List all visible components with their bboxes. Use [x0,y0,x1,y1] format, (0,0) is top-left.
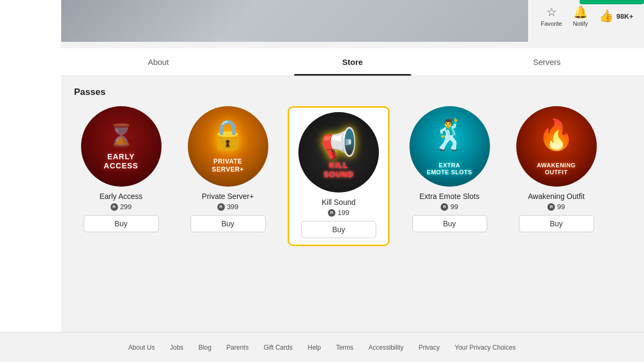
pass-name-early-access: Early Access [99,192,142,201]
buy-button-private-server[interactable]: Buy [191,215,266,232]
pass-circle-awakening: AWAKENINGOUTFIT [516,106,597,187]
notify-button[interactable]: 🔔 Notify [573,5,588,27]
pass-circle-label: PRIVATESERVER+ [212,158,244,173]
pass-item-extra-emote: EXTRAEMOTE SLOTS Extra Emote Slots R 99 … [402,106,496,232]
pass-name-extra-emote: Extra Emote Slots [419,192,479,201]
pass-price-private-server: R 399 [217,203,239,211]
footer-link-blog[interactable]: Blog [199,344,211,351]
buy-button-kill-sound[interactable]: Buy [301,221,376,238]
buy-button-extra-emote[interactable]: Buy [412,215,487,232]
pass-price-value: 99 [450,203,458,211]
pass-item-early-access: EARLYACCESS Early Access R 299 Buy [74,106,168,232]
robux-icon: R [111,203,118,211]
bell-icon: 🔔 [573,5,588,19]
main-content: Passes EARLYACCESS Early Access R 299 Bu… [61,76,644,332]
pass-circle-label: EXTRAEMOTE SLOTS [427,162,472,176]
notify-label: Notify [573,20,588,27]
pass-price-awakening: R 99 [547,203,565,211]
robux-icon: R [328,209,335,217]
top-banner [61,0,528,42]
footer-link-privacy[interactable]: Privacy [419,344,440,351]
pass-price-value: 399 [227,203,239,211]
likes-count: 98K+ [617,12,633,20]
favorite-button[interactable]: ☆ Favorite [541,5,562,27]
pass-circle-label: KILLSOUND [324,161,354,179]
green-top-bar [580,0,644,4]
pass-item-private-server: PRIVATESERVER+ Private Server+ R 399 Buy [181,106,275,232]
tabs-bar: About Store Servers [61,48,644,76]
footer-link-about-us[interactable]: About Us [128,344,155,351]
pass-circle-kill-sound: KILLSOUND [298,112,379,193]
pass-circle-early-access: EARLYACCESS [81,106,162,187]
star-icon: ☆ [546,5,557,19]
footer: About Us Jobs Blog Parents Gift Cards He… [0,332,644,362]
tab-about[interactable]: About [61,48,255,76]
pass-item-kill-sound: KILLSOUND Kill Sound R 199 Buy [288,106,390,246]
pass-circle-label: EARLYACCESS [104,152,138,171]
pass-circle-extra-emote: EXTRAEMOTE SLOTS [409,106,490,187]
banner-image [61,0,528,42]
thumbs-up-icon: 👍 [599,9,613,23]
tab-store[interactable]: Store [255,48,450,76]
pass-circle-label: AWAKENINGOUTFIT [537,162,575,176]
pass-price-extra-emote: R 99 [441,203,458,211]
right-actions: ☆ Favorite 🔔 Notify 👍 98K+ [467,5,644,27]
pass-circle-private-server: PRIVATESERVER+ [188,106,268,187]
pass-name-private-server: Private Server+ [202,192,254,201]
favorite-label: Favorite [541,20,562,27]
tab-servers[interactable]: Servers [450,48,644,76]
footer-link-help[interactable]: Help [308,344,321,351]
pass-name-kill-sound: Kill Sound [321,198,355,206]
passes-grid: EARLYACCESS Early Access R 299 Buy PRIVA… [74,106,631,246]
buy-button-awakening[interactable]: Buy [519,215,594,232]
footer-link-gift-cards[interactable]: Gift Cards [264,344,292,351]
pass-price-value: 99 [557,203,565,211]
passes-title: Passes [74,87,631,98]
pass-price-kill-sound: R 199 [328,209,349,217]
pass-price-value: 299 [120,203,132,211]
pass-name-awakening: Awakening Outfit [528,192,585,201]
buy-button-early-access[interactable]: Buy [84,215,159,232]
likes-button[interactable]: 👍 98K+ [599,9,633,23]
left-sidebar [0,0,61,332]
pass-item-awakening: AWAKENINGOUTFIT Awakening Outfit R 99 Bu… [509,106,603,232]
robux-icon: R [547,203,555,211]
pass-price-value: 199 [338,209,349,217]
footer-link-accessibility[interactable]: Accessibility [369,344,404,351]
footer-link-parents[interactable]: Parents [226,344,248,351]
robux-icon: R [441,203,448,211]
footer-link-privacy-choices[interactable]: Your Privacy Choices [455,344,516,351]
robux-icon: R [217,203,225,211]
footer-link-jobs[interactable]: Jobs [170,344,183,351]
footer-link-terms[interactable]: Terms [336,344,354,351]
pass-price-early-access: R 299 [111,203,132,211]
